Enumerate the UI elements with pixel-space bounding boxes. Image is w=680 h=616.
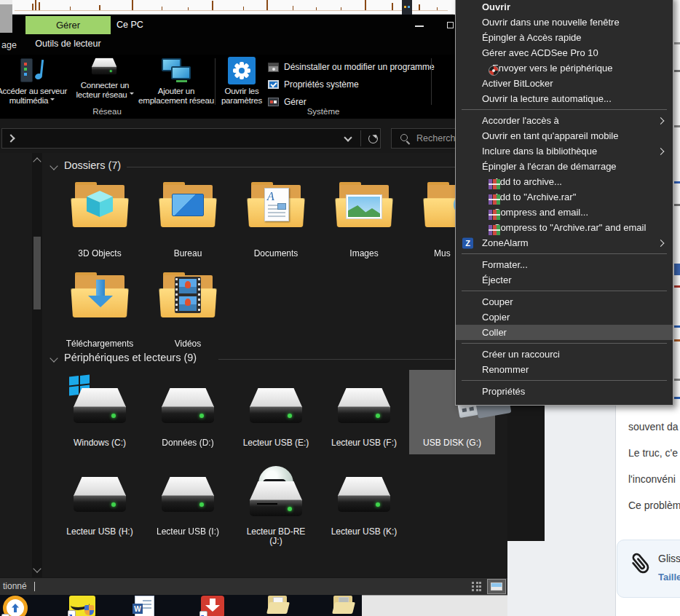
webpage-paragraph: Le truc, c'e <box>628 447 678 459</box>
drive-windows-c[interactable]: Windows (C:) <box>57 370 143 454</box>
menu-item-zonealarm[interactable]: Z ZoneAlarm <box>456 235 673 250</box>
address-dropdown-icon[interactable] <box>344 133 352 141</box>
tab-outils-de-lecteur[interactable]: Outils de lecteur <box>25 34 111 53</box>
menu-item-inclure-bibliotheque[interactable]: Inclure dans la bibliothèque <box>456 143 673 159</box>
address-bar[interactable] <box>1 128 381 149</box>
system-properties-button[interactable]: Propriétés système <box>268 77 359 92</box>
drive-donnees-d[interactable]: Données (D:) <box>145 370 231 454</box>
drive-usb-e[interactable]: Lecteur USB (E:) <box>233 370 319 454</box>
add-network-location-button[interactable]: Ajouter un emplacement réseau <box>138 57 214 106</box>
menu-item-add-to-archive[interactable]: Add to archive... <box>456 174 673 189</box>
folder-telechargements[interactable]: Téléchargements <box>57 269 143 352</box>
send-to-device-icon <box>489 66 499 76</box>
menu-item-renommer[interactable]: Renommer <box>456 362 673 377</box>
window-gap <box>507 406 545 541</box>
minimize-button[interactable] <box>415 25 424 27</box>
menu-item-compress-archive-email[interactable]: Compress to "Archive.rar" and email <box>456 220 673 235</box>
folder-icon <box>159 182 217 229</box>
screen: souvent da Le truc, c'e l'inconvéni Ce p… <box>0 0 680 616</box>
menu-item-activer-bitlocker[interactable]: Activer BitLocker <box>456 76 673 91</box>
uninstall-program-button[interactable]: Désinstaller ou modifier un programme <box>268 60 435 74</box>
desktop: W <box>0 595 507 616</box>
drive-usb-h[interactable]: Lecteur USB (H:) <box>57 463 143 548</box>
desktop-shortcut-antivirus[interactable] <box>69 596 95 616</box>
menu-item-epingler-ecran-demarrage[interactable]: Épingler à l'écran de démarrage <box>456 159 673 174</box>
menu-item-proprietes[interactable]: Propriétés <box>456 384 673 399</box>
menu-item-creer-raccourci[interactable]: Créer un raccourci <box>456 347 673 362</box>
menu-item-accorder-acces[interactable]: Accorder l'accès à <box>456 113 673 128</box>
map-network-drive-button[interactable]: Connecter un lecteur réseau <box>72 57 138 106</box>
folder-3d-objects[interactable]: 3D Objects <box>57 179 143 262</box>
folder-icon <box>71 182 129 229</box>
winrar-icon <box>489 194 500 205</box>
desktop-shortcut-download[interactable] <box>201 596 224 616</box>
drive-bd-re-j[interactable]: BD Lecteur BD-RE (J:) <box>233 463 319 558</box>
dropdown-arrow-icon <box>50 98 55 103</box>
menu-item-formater[interactable]: Formater... <box>456 257 673 272</box>
winrar-icon <box>489 179 500 189</box>
document-page-icon: A <box>264 188 289 221</box>
folder-icon <box>335 182 393 229</box>
menu-item-envoyer-peripherique[interactable]: Envoyer vers le périphérique <box>456 60 673 76</box>
paperclip-icon <box>622 546 657 583</box>
tab-gerer[interactable]: Gérer <box>25 16 111 34</box>
shortcut-arrow-icon <box>68 610 76 616</box>
ribbon-group-systeme: Système <box>216 107 431 116</box>
ribbon-separator <box>431 58 432 105</box>
ribbon-group-reseau: Réseau <box>0 107 214 116</box>
menu-item-appareil-mobile[interactable]: Ouvrir en tant qu'appareil mobile <box>456 128 673 143</box>
nav-scrollbar-thumb[interactable] <box>33 237 41 309</box>
menu-item-ouvrir[interactable]: Ouvrir <box>456 0 673 15</box>
zonealarm-icon: Z <box>462 237 473 248</box>
network-location-icon <box>159 57 193 84</box>
status-bar <box>0 577 507 595</box>
drive-usb-i[interactable]: Lecteur USB (I:) <box>145 463 231 548</box>
menu-item-lecture-automatique[interactable]: Ouvrir la lecture automatique... <box>456 91 673 106</box>
status-caret <box>34 582 35 591</box>
folder-videos[interactable]: Vidéos <box>145 269 231 352</box>
dropzone-size-text: Taille <box>658 572 680 583</box>
3d-cube-icon <box>85 191 114 221</box>
refresh-icon[interactable] <box>368 134 378 143</box>
drive-icon <box>244 386 308 427</box>
desktop-folder[interactable] <box>333 596 354 615</box>
details-view-button[interactable] <box>472 581 484 592</box>
large-icons-view-button[interactable] <box>487 579 506 594</box>
winrar-icon <box>489 210 500 220</box>
menu-item-copier[interactable]: Copier <box>456 309 673 325</box>
folder-icon: A <box>247 182 305 229</box>
attachment-dropzone-card[interactable]: Gliss Taille <box>617 540 680 598</box>
menu-item-epingler-acces-rapide[interactable]: Épingler à Accès rapide <box>456 30 673 45</box>
drive-usb-k[interactable]: Lecteur USB (K:) <box>321 463 407 548</box>
manage-icon <box>268 98 279 106</box>
desktop-word-document[interactable]: W <box>135 596 154 616</box>
media-server-button[interactable]: Accéder au serveur multimédia <box>0 57 70 106</box>
menu-item-add-to-archive-rar[interactable]: Add to "Archive.rar" <box>456 189 673 205</box>
maximize-button[interactable] <box>447 22 454 28</box>
word-document-icon: W <box>135 596 154 616</box>
webpage-paragraph: souvent da <box>628 421 679 433</box>
photo-icon <box>346 194 382 219</box>
menu-separator <box>456 377 673 384</box>
tab-partage-fragment[interactable]: age <box>1 40 17 50</box>
menu-item-gerer-acdsee[interactable]: Gérer avec ACDSee Pro 10 <box>456 45 673 60</box>
menu-item-compress-email[interactable]: Compress and email... <box>456 205 673 220</box>
folder-images[interactable]: Images <box>321 179 407 262</box>
folder-icon <box>333 596 354 615</box>
drive-usb-f[interactable]: Lecteur USB (F:) <box>321 370 407 454</box>
menu-separator <box>456 106 673 113</box>
status-selection-text: tionné <box>3 581 27 591</box>
nav-scrollbar[interactable] <box>32 153 42 577</box>
menu-item-ejecter[interactable]: Éjecter <box>456 272 673 288</box>
menu-separator <box>456 250 673 257</box>
address-divider <box>360 130 361 146</box>
folder-documents[interactable]: A Documents <box>233 179 319 262</box>
open-settings-button[interactable]: Ouvrir les paramètres <box>218 57 266 106</box>
menu-item-couper[interactable]: Couper <box>456 294 673 309</box>
menu-item-ouvrir-nouvelle-fenetre[interactable]: Ouvrir dans une nouvelle fenêtre <box>456 15 673 30</box>
folder-bureau[interactable]: Bureau <box>145 179 231 262</box>
desktop-shortcut-orange[interactable] <box>3 596 28 616</box>
menu-item-coller[interactable]: Coller <box>456 325 673 340</box>
dropzone-text: Gliss <box>658 553 680 564</box>
desktop-folder[interactable] <box>268 596 288 615</box>
